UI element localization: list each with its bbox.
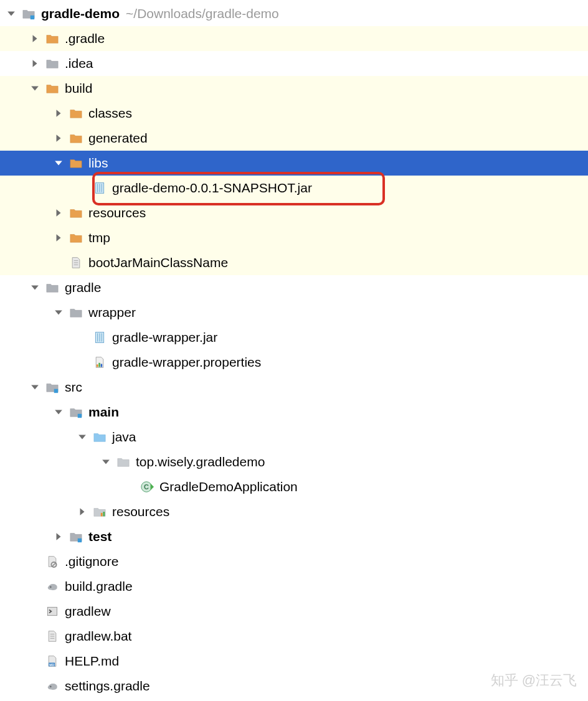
- chevron-down-icon[interactable]: [27, 380, 42, 395]
- tree-row[interactable]: settings.gradle: [0, 674, 588, 699]
- chevron-down-icon[interactable]: [51, 305, 66, 320]
- text-file-icon: [45, 629, 60, 644]
- class-icon: C: [140, 479, 154, 494]
- tree-item-label: top.wisely.gradledemo: [136, 454, 265, 469]
- folder-orange-icon: [69, 106, 83, 121]
- tree-row[interactable]: gradle: [0, 275, 588, 300]
- tree-row[interactable]: src: [0, 375, 588, 400]
- folder-gray-icon: [45, 280, 60, 295]
- tree-item-label: wrapper: [88, 305, 136, 320]
- shell-icon: [45, 604, 60, 619]
- svg-rect-13: [98, 363, 100, 367]
- text-file-icon: [69, 255, 83, 270]
- tree-item-label: libs: [88, 156, 108, 171]
- tree-item-label: gradlew.bat: [65, 629, 131, 644]
- tree-row[interactable]: gradle-wrapper.properties: [0, 350, 588, 375]
- chevron-down-icon[interactable]: [27, 81, 42, 96]
- folder-orange-icon: [69, 205, 83, 220]
- gradle-icon: [45, 579, 60, 594]
- tree-item-label: gradle-wrapper.properties: [112, 355, 261, 370]
- tree-row[interactable]: top.wisely.gradledemo: [0, 449, 588, 474]
- tree-row[interactable]: wrapper: [0, 300, 588, 325]
- chevron-right-icon[interactable]: [27, 31, 42, 46]
- svg-rect-21: [78, 539, 82, 542]
- tree-item-label: java: [112, 430, 136, 445]
- tree-row[interactable]: build: [0, 76, 588, 101]
- chevron-right-icon[interactable]: [27, 56, 42, 71]
- tree-row[interactable]: build.gradle: [0, 574, 588, 599]
- folder-muted-icon: [116, 454, 131, 469]
- svg-text:C: C: [144, 483, 149, 491]
- folder-orange-icon: [69, 230, 83, 245]
- tree-row[interactable]: resources: [0, 499, 588, 524]
- gradle-icon: [45, 679, 60, 694]
- chevron-down-icon[interactable]: [98, 454, 113, 469]
- chevron-down-icon[interactable]: [75, 430, 90, 445]
- tree-row[interactable]: gradle-demo~/Downloads/gradle-demo: [0, 1, 588, 26]
- chevron-right-icon[interactable]: [75, 504, 90, 519]
- tree-item-label: tmp: [88, 230, 110, 245]
- svg-rect-20: [103, 512, 105, 516]
- folder-orange-icon: [69, 131, 83, 146]
- tree-row[interactable]: gradle-demo-0.0.1-SNAPSHOT.jar: [0, 176, 588, 200]
- chevron-right-icon[interactable]: [51, 230, 66, 245]
- svg-rect-15: [54, 389, 58, 393]
- folder-module-gray-icon: [69, 529, 83, 544]
- tree-item-label: main: [88, 405, 119, 420]
- tree-item-label: .idea: [65, 56, 93, 71]
- tree-row[interactable]: test: [0, 524, 588, 549]
- tree-row[interactable]: libs: [0, 151, 588, 176]
- tree-row[interactable]: .gradle: [0, 26, 588, 51]
- tree-item-label: build: [65, 81, 92, 96]
- chevron-right-icon[interactable]: [51, 106, 66, 121]
- tree-row[interactable]: main: [0, 400, 588, 425]
- chevron-down-icon[interactable]: [51, 405, 66, 420]
- tree-item-label: bootJarMainClassName: [88, 255, 228, 270]
- md-icon: MD: [45, 654, 60, 669]
- tree-row[interactable]: tmp: [0, 225, 588, 250]
- tree-row[interactable]: classes: [0, 101, 588, 126]
- tree-item-path: ~/Downloads/gradle-demo: [126, 6, 279, 21]
- tree-item-label: resources: [112, 504, 169, 519]
- folder-orange-icon: [45, 31, 60, 46]
- folder-gray-icon: [69, 305, 83, 320]
- tree-item-label: gradlew: [65, 604, 111, 619]
- folder-module-gray-icon: [69, 405, 83, 420]
- tree-item-label: gradle-demo-0.0.1-SNAPSHOT.jar: [112, 181, 312, 195]
- tree-row[interactable]: java: [0, 425, 588, 449]
- folder-module-gray-icon: [45, 380, 60, 395]
- svg-rect-19: [101, 513, 103, 517]
- svg-rect-14: [101, 364, 103, 367]
- tree-row[interactable]: bootJarMainClassName: [0, 250, 588, 275]
- tree-item-label: gradle: [65, 280, 101, 295]
- tree-row[interactable]: gradle-wrapper.jar: [0, 325, 588, 350]
- tree-row[interactable]: .idea: [0, 51, 588, 76]
- chevron-down-icon[interactable]: [27, 280, 42, 295]
- properties-icon: [92, 355, 107, 370]
- chevron-right-icon[interactable]: [51, 131, 66, 146]
- tree-row[interactable]: MDHELP.md: [0, 649, 588, 674]
- jar-icon: [92, 181, 107, 195]
- chevron-down-icon[interactable]: [51, 156, 66, 171]
- chevron-down-icon[interactable]: [4, 6, 19, 21]
- chevron-right-icon[interactable]: [51, 205, 66, 220]
- svg-rect-25: [48, 607, 57, 615]
- tree-row[interactable]: gradlew: [0, 599, 588, 624]
- folder-orange-icon: [45, 81, 60, 96]
- gitignore-icon: [45, 554, 60, 569]
- tree-row[interactable]: resources: [0, 200, 588, 225]
- tree-item-label: settings.gradle: [65, 679, 150, 694]
- svg-point-24: [50, 586, 52, 588]
- tree-row[interactable]: generated: [0, 126, 588, 151]
- chevron-right-icon[interactable]: [51, 529, 66, 544]
- tree-item-label: HELP.md: [65, 654, 119, 669]
- tree-item-label: .gradle: [65, 31, 105, 46]
- jar-icon: [92, 330, 107, 345]
- tree-item-label: classes: [88, 106, 132, 121]
- tree-row[interactable]: CGradleDemoApplication: [0, 474, 588, 499]
- tree-row[interactable]: gradlew.bat: [0, 624, 588, 649]
- project-tree[interactable]: gradle-demo~/Downloads/gradle-demo.gradl…: [0, 0, 588, 700]
- svg-point-31: [50, 686, 52, 688]
- tree-item-label: build.gradle: [65, 579, 133, 594]
- tree-row[interactable]: .gitignore: [0, 549, 588, 574]
